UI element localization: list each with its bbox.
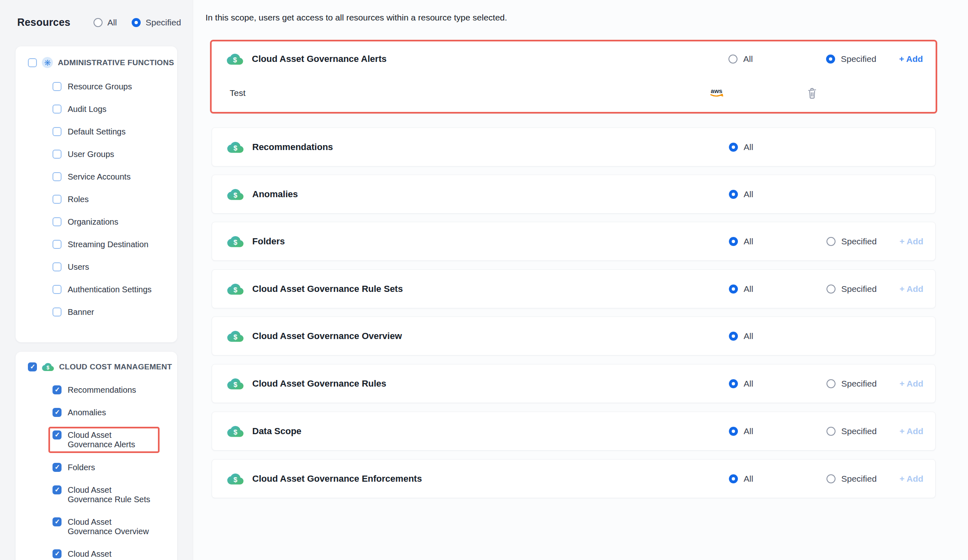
resource-row-data-scope: $ Data Scope All Specified + Add — [212, 412, 936, 451]
sidebar-item-label: User Groups — [68, 150, 114, 159]
cloud-asset-governance-rule-sets-checkbox[interactable] — [53, 485, 62, 494]
service-accounts-checkbox[interactable] — [53, 172, 62, 181]
specified-radio[interactable] — [826, 285, 836, 294]
sidebar-item-label: Users — [68, 262, 89, 272]
cloud-dollar-icon: $ — [227, 425, 244, 437]
all-radio-label: All — [744, 331, 753, 341]
sidebar-item-banner: Banner — [53, 307, 177, 317]
specified-radio[interactable] — [826, 237, 836, 246]
resources-title: Resources — [17, 16, 71, 28]
all-radio-label: All — [744, 379, 753, 389]
resource-row-cloud-asset-governance-rule-sets: $ Cloud Asset Governance Rule Sets All S… — [212, 269, 936, 308]
resource-row-title: Anomalies — [252, 189, 298, 200]
sidebar-item-cloud-asset-governance-rules: Cloud Asset Governance Rules — [53, 549, 177, 560]
sidebar-item-label: Roles — [68, 195, 89, 204]
cloud-dollar-icon: $ — [227, 188, 244, 200]
sidebar-item-label: Cloud Asset Governance Overview — [68, 517, 155, 536]
scope-option-all: All — [94, 18, 117, 27]
folders-checkbox[interactable] — [53, 463, 62, 472]
audit-logs-checkbox[interactable] — [53, 105, 62, 114]
svg-text:$: $ — [233, 476, 237, 483]
recommendations-checkbox[interactable] — [53, 385, 62, 394]
specified-radio-label: Specified — [841, 237, 877, 246]
sidebar-item-label: Service Accounts — [68, 172, 130, 182]
add-button[interactable]: + Add — [900, 284, 923, 294]
banner-checkbox[interactable] — [53, 307, 62, 316]
administrative-functions-card: ADMINISTRATIVE FUNCTIONS Resource Groups… — [16, 46, 177, 342]
add-button[interactable]: + Add — [899, 54, 923, 64]
administrative-functions-label: ADMINISTRATIVE FUNCTIONS — [58, 58, 174, 67]
specified-resource-row: Test aws — [212, 77, 936, 109]
scope-description: In this scope, users get access to all r… — [205, 13, 507, 23]
sidebar-item-folders: Folders — [53, 463, 177, 472]
cloud-dollar-icon: $ — [227, 283, 244, 295]
all-radio-label: All — [744, 474, 753, 484]
cloud-asset-governance-overview-checkbox[interactable] — [53, 517, 62, 526]
sidebar-item-label: Audit Logs — [68, 105, 107, 114]
cloud-dollar-icon: $ — [227, 378, 244, 390]
all-radio[interactable] — [729, 332, 738, 341]
add-button[interactable]: + Add — [900, 379, 923, 389]
users-checkbox[interactable] — [53, 262, 62, 271]
sidebar-item-organizations: Organizations — [53, 217, 177, 227]
all-radio-label: All — [744, 142, 753, 152]
sidebar-item-label: Anomalies — [68, 408, 106, 417]
add-button[interactable]: + Add — [900, 426, 923, 436]
resource-row-title: Cloud Asset Governance Rule Sets — [252, 284, 403, 294]
resource-row-title: Data Scope — [252, 426, 301, 437]
cloud-cost-management-checkbox[interactable] — [28, 362, 37, 371]
specified-radio[interactable] — [826, 55, 835, 64]
sidebar-item-label: Default Settings — [68, 127, 126, 137]
all-radio[interactable] — [729, 237, 738, 246]
add-button[interactable]: + Add — [900, 237, 923, 246]
svg-text:$: $ — [233, 56, 237, 64]
scope-specified-radio[interactable] — [132, 18, 141, 27]
sidebar-item-cloud-asset-governance-rule-sets: Cloud Asset Governance Rule Sets — [53, 485, 177, 504]
specified-radio[interactable] — [826, 474, 836, 483]
resource-row-title: Recommendations — [252, 142, 333, 153]
authentication-settings-checkbox[interactable] — [53, 285, 62, 294]
delete-icon[interactable] — [806, 87, 818, 99]
all-radio-label: All — [743, 54, 753, 64]
sidebar-item-label: Streaming Destination — [68, 240, 148, 249]
cloud-cost-management-items: Recommendations Anomalies Cloud Asset Go… — [53, 385, 177, 560]
resource-row-anomalies: $ Anomalies All — [212, 175, 936, 214]
sidebar-item-label: Cloud Asset Governance Rule Sets — [68, 485, 155, 504]
all-radio[interactable] — [729, 379, 738, 388]
resource-row-title: Folders — [252, 236, 285, 247]
all-radio[interactable] — [729, 427, 738, 436]
sidebar-item-label: Folders — [68, 463, 95, 472]
organizations-checkbox[interactable] — [53, 217, 62, 226]
user-groups-checkbox[interactable] — [53, 150, 62, 159]
scope-all-radio[interactable] — [94, 18, 103, 27]
anomalies-checkbox[interactable] — [53, 408, 62, 417]
scope-specified-label: Specified — [146, 18, 181, 27]
specified-radio[interactable] — [826, 379, 836, 388]
all-radio[interactable] — [729, 143, 738, 152]
all-radio[interactable] — [729, 285, 738, 294]
cloud-asset-governance-rules-checkbox[interactable] — [53, 549, 62, 558]
resource-row-cloud-asset-governance-alerts: $ Cloud Asset Governance Alerts All Spec… — [210, 40, 937, 114]
all-radio[interactable] — [728, 55, 737, 64]
all-radio[interactable] — [729, 190, 738, 199]
streaming-destination-checkbox[interactable] — [53, 240, 62, 249]
default-settings-checkbox[interactable] — [53, 127, 62, 136]
sidebar-item-label: Recommendations — [68, 385, 136, 395]
add-button[interactable]: + Add — [900, 474, 923, 484]
resource-row-recommendations: $ Recommendations All — [212, 127, 936, 166]
all-radio[interactable] — [729, 474, 738, 483]
aws-logo: aws — [707, 87, 726, 100]
sidebar-item-users: Users — [53, 262, 177, 272]
roles-checkbox[interactable] — [53, 195, 62, 204]
administrative-functions-checkbox[interactable] — [28, 58, 37, 67]
specified-resource-name: Test — [230, 88, 246, 98]
sidebar-item-audit-logs: Audit Logs — [53, 105, 177, 114]
sidebar-item-cloud-asset-governance-alerts-highlighted: Cloud Asset Governance Alerts — [48, 427, 160, 453]
resource-scope-panel: In this scope, users get access to all r… — [193, 0, 968, 560]
cloud-asset-governance-alerts-checkbox[interactable] — [53, 430, 62, 439]
resource-groups-checkbox[interactable] — [53, 82, 62, 91]
sidebar-item-service-accounts: Service Accounts — [53, 172, 177, 182]
sidebar-item-label: Cloud Asset Governance Alerts — [68, 430, 155, 449]
specified-radio[interactable] — [826, 427, 836, 436]
sidebar-item-anomalies: Anomalies — [53, 408, 177, 417]
